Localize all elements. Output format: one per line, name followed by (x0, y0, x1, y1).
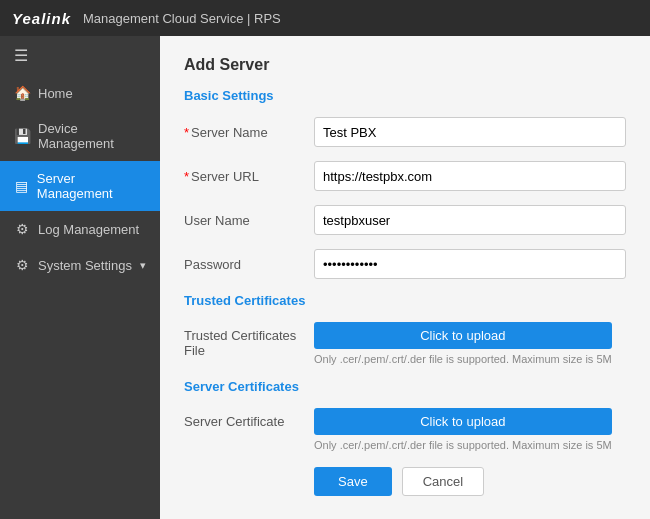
server-upload-button[interactable]: Click to upload (314, 408, 612, 435)
username-group: User Name (184, 205, 626, 235)
trusted-cert-label: Trusted Certificates File (184, 322, 314, 358)
server-upload-area: Click to upload Only .cer/.pem/.crt/.der… (314, 408, 612, 451)
sidebar-item-log-label: Log Management (38, 222, 139, 237)
cancel-button[interactable]: Cancel (402, 467, 484, 496)
trusted-upload-button[interactable]: Click to upload (314, 322, 612, 349)
server-url-label: *Server URL (184, 169, 314, 184)
server-certs-title: Server Certificates (184, 379, 626, 394)
basic-settings-title: Basic Settings (184, 88, 626, 103)
topbar-title: Management Cloud Service | RPS (83, 11, 281, 26)
password-input[interactable] (314, 249, 626, 279)
sidebar-item-device-management[interactable]: 💾 Device Management (0, 111, 160, 161)
trusted-upload-hint: Only .cer/.pem/.crt/.der file is support… (314, 353, 612, 365)
sidebar-item-home-label: Home (38, 86, 73, 101)
topbar: Yealink Management Cloud Service | RPS (0, 0, 650, 36)
server-url-input[interactable] (314, 161, 626, 191)
sidebar-item-device-label: Device Management (38, 121, 146, 151)
save-button[interactable]: Save (314, 467, 392, 496)
content-area: Add Server Basic Settings *Server Name *… (160, 36, 650, 519)
chevron-down-icon: ▾ (140, 259, 146, 272)
sidebar-item-server-label: Server Management (37, 171, 146, 201)
home-icon: 🏠 (14, 85, 30, 101)
trusted-certs-title: Trusted Certificates (184, 293, 626, 308)
server-cert-label: Server Certificate (184, 408, 314, 429)
trusted-upload-area: Click to upload Only .cer/.pem/.crt/.der… (314, 322, 612, 365)
log-icon: ⚙ (14, 221, 30, 237)
yealink-logo: Yealink (12, 10, 71, 27)
username-input[interactable] (314, 205, 626, 235)
device-icon: 💾 (14, 128, 30, 144)
sidebar-item-home[interactable]: 🏠 Home (0, 75, 160, 111)
server-name-group: *Server Name (184, 117, 626, 147)
username-label: User Name (184, 213, 314, 228)
settings-icon: ⚙ (14, 257, 30, 273)
sidebar-item-log-management[interactable]: ⚙ Log Management (0, 211, 160, 247)
password-group: Password (184, 249, 626, 279)
server-name-input[interactable] (314, 117, 626, 147)
sidebar-item-server-management[interactable]: ▤ Server Management (0, 161, 160, 211)
sidebar: ☰ 🏠 Home 💾 Device Management ▤ Server Ma… (0, 36, 160, 519)
server-cert-group: Server Certificate Click to upload Only … (184, 408, 626, 451)
sidebar-item-system-settings[interactable]: ⚙ System Settings ▾ (0, 247, 160, 283)
password-label: Password (184, 257, 314, 272)
main-layout: ☰ 🏠 Home 💾 Device Management ▤ Server Ma… (0, 36, 650, 519)
sidebar-toggle[interactable]: ☰ (0, 36, 160, 75)
trusted-cert-group: Trusted Certificates File Click to uploa… (184, 322, 626, 365)
server-icon: ▤ (14, 178, 29, 194)
required-star: * (184, 125, 189, 140)
action-buttons: Save Cancel (184, 467, 626, 496)
required-star2: * (184, 169, 189, 184)
sidebar-item-settings-label: System Settings (38, 258, 132, 273)
server-upload-hint: Only .cer/.pem/.crt/.der file is support… (314, 439, 612, 451)
server-name-label: *Server Name (184, 125, 314, 140)
page-title: Add Server (184, 56, 626, 74)
server-url-group: *Server URL (184, 161, 626, 191)
logo-area: Yealink Management Cloud Service | RPS (12, 10, 281, 27)
